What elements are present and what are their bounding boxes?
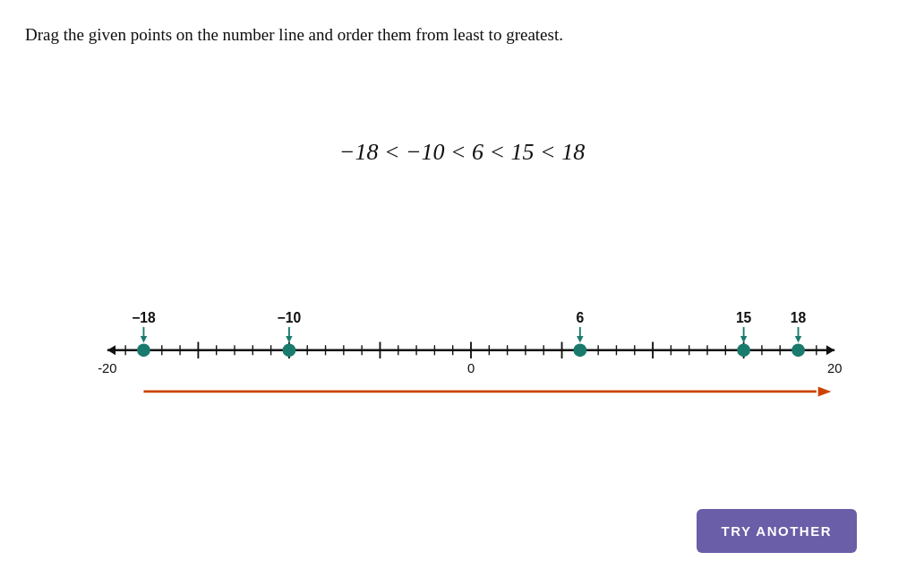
svg-text:18: 18 bbox=[791, 310, 807, 325]
svg-marker-41 bbox=[141, 336, 147, 342]
try-another-button[interactable]: TRY ANOTHER bbox=[697, 509, 857, 553]
point-15[interactable]: 15 bbox=[736, 310, 752, 357]
svg-marker-49 bbox=[577, 336, 583, 342]
svg-text:6: 6 bbox=[576, 310, 584, 325]
svg-marker-57 bbox=[795, 336, 801, 342]
label-zero: 0 bbox=[467, 361, 475, 375]
label-minus20: -20 bbox=[98, 361, 116, 375]
instruction-text: Drag the given points on the number line… bbox=[25, 25, 563, 45]
inequality-expression: −18 < −10 < 6 < 15 < 18 bbox=[0, 139, 924, 166]
label-plus20: 20 bbox=[827, 361, 842, 375]
number-line-container: -20 0 20 −18 −10 6 bbox=[36, 305, 906, 412]
number-line-svg: -20 0 20 −18 −10 6 bbox=[36, 305, 906, 412]
point-6[interactable]: 6 bbox=[573, 310, 586, 357]
svg-marker-45 bbox=[286, 336, 292, 342]
svg-marker-53 bbox=[740, 336, 747, 342]
svg-text:−18: −18 bbox=[132, 310, 156, 325]
svg-point-42 bbox=[137, 343, 150, 357]
svg-point-50 bbox=[573, 343, 586, 357]
svg-text:15: 15 bbox=[736, 310, 752, 325]
order-arrow-head bbox=[818, 386, 832, 396]
point-18[interactable]: 18 bbox=[791, 310, 807, 357]
svg-point-46 bbox=[283, 343, 296, 357]
svg-point-58 bbox=[791, 343, 805, 357]
svg-text:−10: −10 bbox=[278, 310, 302, 325]
svg-point-54 bbox=[737, 343, 750, 357]
